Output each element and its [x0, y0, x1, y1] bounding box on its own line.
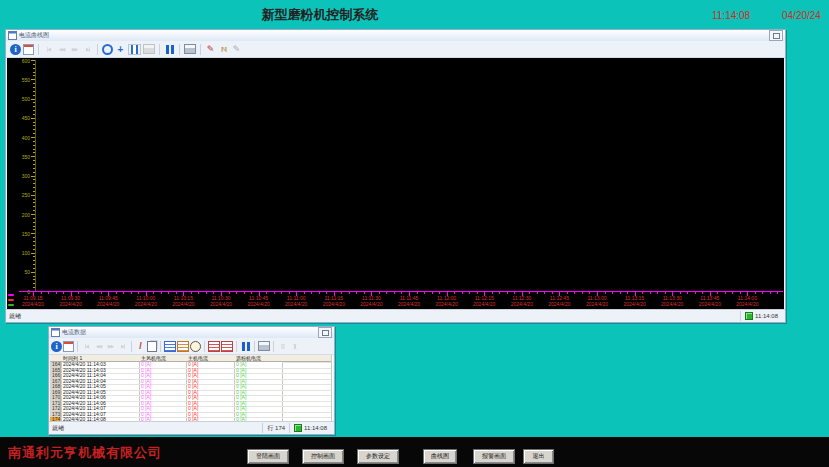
trend-status-time: 11:14:08	[755, 313, 778, 319]
nav-prev-icon[interactable]: ◀◀	[93, 341, 104, 352]
bracket-left-icon[interactable]: [·]	[277, 341, 288, 352]
table-header-cell[interactable]: 时间列 1	[61, 355, 139, 362]
x-axis-date-label: 2024/4/20	[623, 301, 645, 307]
trend-status-ready: 就绪	[9, 312, 740, 321]
info-icon[interactable]: i	[10, 44, 21, 55]
x-axis-tick	[687, 292, 688, 294]
y-axis-tick-label: 50	[9, 269, 30, 275]
pause-icon[interactable]	[164, 45, 175, 54]
x-axis-tick	[63, 292, 64, 294]
print-icon[interactable]	[184, 44, 196, 54]
parameter-setting-button[interactable]: 参数设定	[357, 449, 399, 464]
x-axis-date-label: 2024/4/20	[59, 301, 81, 307]
nav-next-icon[interactable]: ▶▶	[69, 44, 80, 55]
x-axis-date-label: 2024/4/20	[285, 301, 307, 307]
delete-row-icon[interactable]	[221, 341, 233, 352]
y-axis-tick	[31, 176, 35, 177]
nav-first-icon[interactable]: |◀	[43, 44, 54, 55]
table-columns-icon[interactable]	[164, 341, 176, 352]
y-axis-tick	[33, 283, 35, 284]
row-indicator: 行 174	[262, 423, 289, 433]
variable-select-icon[interactable]: [N]	[218, 44, 229, 55]
y-axis-tick	[31, 79, 35, 80]
nav-prev-icon[interactable]: ◀◀	[56, 44, 67, 55]
footer-bar: 南通利元亨机械有限公司 登陆画面控制画面参数设定曲线图报警画面退出	[0, 437, 829, 467]
zoom-icon[interactable]	[102, 44, 113, 55]
page-title: 新型磨粉机控制系统	[240, 6, 400, 24]
date-range-icon[interactable]	[63, 341, 74, 352]
table-header-cell[interactable]: 主机电流	[186, 355, 234, 362]
y-axis-tick	[33, 222, 35, 223]
x-axis-tick	[281, 292, 282, 294]
nav-next-icon[interactable]: ▶▶	[105, 341, 116, 352]
info-icon[interactable]: i	[51, 341, 62, 352]
value-axis-icon[interactable]	[128, 44, 141, 55]
login-screen-button[interactable]: 登陆画面	[247, 449, 289, 464]
y-axis-tick	[33, 256, 35, 257]
export-icon[interactable]: ✎	[231, 44, 242, 55]
nav-last-icon[interactable]: ▶|	[82, 44, 93, 55]
table-format-icon[interactable]	[177, 341, 189, 352]
table-cell-empty	[282, 379, 331, 380]
restore-scale-icon[interactable]	[143, 44, 155, 54]
x-axis-tick	[56, 292, 57, 294]
x-axis-date-label: 2024/4/20	[172, 301, 194, 307]
nav-first-icon[interactable]: |◀	[81, 341, 92, 352]
x-axis-tick	[777, 292, 778, 294]
x-axis-date-label: 2024/4/20	[736, 301, 758, 307]
x-axis-tick	[680, 292, 681, 294]
x-axis-tick	[123, 292, 124, 294]
nav-last-icon[interactable]: ▶|	[117, 341, 128, 352]
y-axis-tick	[33, 183, 35, 184]
x-axis-tick	[289, 292, 290, 294]
clock-date: 04/20/24	[782, 10, 821, 21]
data-status-clock: 11:14:08	[289, 423, 331, 433]
date-range-icon[interactable]	[23, 44, 34, 55]
x-axis-tick	[161, 292, 162, 294]
x-axis-tick	[213, 292, 214, 294]
pan-icon[interactable]: +	[115, 44, 126, 55]
pen-settings-icon[interactable]: ✎	[205, 44, 216, 55]
x-axis-tick	[251, 292, 252, 294]
curve-chart-button[interactable]: 曲线图	[423, 449, 457, 464]
data-close-button[interactable]	[318, 327, 332, 338]
data-table: 时间列 1主风机电流主机电流选粉机电流1642024/4/20 11:14:03…	[50, 355, 333, 422]
pause-icon[interactable]	[240, 342, 251, 351]
y-axis-tick-label: 300	[9, 173, 30, 179]
time-setup-icon[interactable]	[190, 341, 201, 352]
x-axis-tick	[326, 292, 327, 294]
copy-icon[interactable]	[147, 341, 157, 352]
insert-row-icon[interactable]	[208, 341, 220, 352]
y-axis-tick	[33, 199, 35, 200]
trend-restore-button[interactable]	[769, 30, 783, 41]
trend-toolbar: i|◀◀◀▶▶▶|+✎[N]✎	[6, 41, 785, 58]
y-axis-tick	[33, 106, 35, 107]
table-header-cell[interactable]: 主风机电流	[139, 355, 186, 362]
x-axis-tick	[48, 292, 49, 294]
toolbar-separator	[160, 341, 161, 352]
table-header-cell[interactable]	[282, 355, 331, 362]
x-axis-tick	[356, 292, 357, 294]
print-icon[interactable]	[258, 341, 270, 351]
edit-pen-icon[interactable]: /	[135, 341, 146, 352]
y-axis-tick	[33, 91, 35, 92]
x-axis-tick	[424, 292, 425, 294]
table-cell-empty	[282, 395, 331, 396]
table-header-cell[interactable]	[50, 355, 61, 362]
y-axis-tick-label: 100	[9, 250, 30, 256]
y-axis-tick	[33, 122, 35, 123]
x-axis-date-label: 2024/4/20	[360, 301, 382, 307]
x-axis-tick	[725, 292, 726, 294]
y-axis-tick	[33, 279, 35, 280]
x-axis-tick	[176, 292, 177, 294]
table-header-cell[interactable]: 选粉机电流	[234, 355, 282, 362]
bracket-right-icon[interactable]: ]·[	[289, 341, 300, 352]
x-axis-tick	[349, 292, 350, 294]
y-axis-tick	[31, 272, 35, 273]
x-axis-tick	[582, 292, 583, 294]
exit-button[interactable]: 退出	[523, 449, 554, 464]
alarm-screen-button[interactable]: 报警画面	[473, 449, 515, 464]
control-screen-button[interactable]: 控制画面	[302, 449, 344, 464]
toolbar-separator	[254, 341, 255, 352]
x-axis-tick	[695, 292, 696, 294]
